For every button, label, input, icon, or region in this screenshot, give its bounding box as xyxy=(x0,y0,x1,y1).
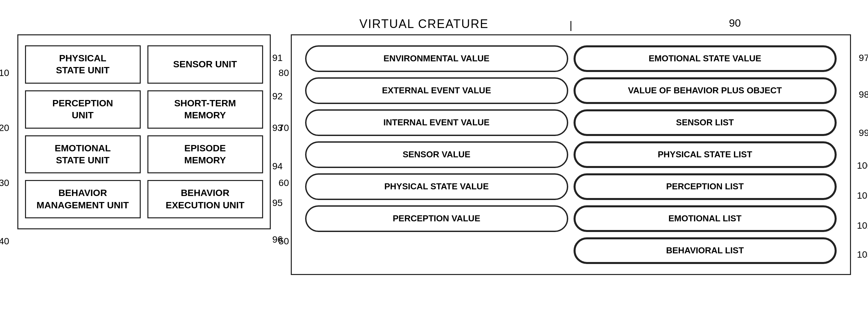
short-term-memory: SHORT-TERMMEMORY xyxy=(147,90,263,129)
ref-96: 96 xyxy=(273,234,283,245)
physical-state-list: PHYSICAL STATE LIST xyxy=(574,141,837,168)
main-title: VIRTUAL CREATURE xyxy=(360,17,489,31)
emotional-state-unit: EMOTIONALSTATE UNIT xyxy=(25,135,141,174)
ref-90: 90 xyxy=(729,17,741,29)
ref-60-label: 60 xyxy=(278,178,289,188)
ref-99: 99 xyxy=(859,128,868,138)
diagram-wrapper: VIRTUAL CREATURE 90 10 20 30 40 50 60 70… xyxy=(17,17,851,317)
emotional-state-value: EMOTIONAL STATE VALUE xyxy=(574,45,837,72)
ref-98: 98 xyxy=(859,89,868,100)
emotional-list: EMOTIONAL LIST xyxy=(574,205,837,232)
ref-80-label: 80 xyxy=(278,68,289,78)
ref-103: 103 xyxy=(857,249,868,260)
perception-list: PERCEPTION LIST xyxy=(574,173,837,200)
behavioral-list: BEHAVIORAL LIST xyxy=(574,237,837,264)
internal-event-value: INTERNAL EVENT VALUE xyxy=(305,109,568,136)
episode-memory: EPISODEMEMORY xyxy=(147,135,263,174)
sensor-list: SENSOR LIST xyxy=(574,109,837,136)
content-row: 10 20 30 40 50 60 70 80 PHYSICALSTATE UN… xyxy=(17,34,851,317)
environmental-value: ENVIRONMENTAL VALUE xyxy=(305,45,568,72)
ref-101: 101 xyxy=(857,190,868,201)
physical-state-unit: PHYSICALSTATE UNIT xyxy=(25,45,141,84)
ref-40-label: 40 xyxy=(0,236,9,247)
ref-10-label: 10 xyxy=(0,68,9,78)
perception-value: PERCEPTION VALUE xyxy=(305,205,568,232)
value-of-behavior-plus-object: VALUE OF BEHAVIOR PLUS OBJECT xyxy=(574,77,837,104)
ref-94: 94 xyxy=(273,161,283,172)
ref-97: 97 xyxy=(859,53,868,63)
title-row: VIRTUAL CREATURE 90 xyxy=(17,17,851,31)
behavior-execution-unit: BEHAVIOREXECUTION UNIT xyxy=(147,180,263,218)
ref-93: 93 xyxy=(273,123,283,133)
tick-mark xyxy=(570,21,571,31)
ref-100: 100 xyxy=(857,160,868,171)
ref-91: 91 xyxy=(273,53,283,63)
left-panel: PHYSICALSTATE UNIT SENSOR UNIT PERCEPTIO… xyxy=(17,34,271,229)
sensor-value: SENSOR VALUE xyxy=(305,141,568,168)
sensor-unit: SENSOR UNIT xyxy=(147,45,263,84)
behavior-management-unit: BEHAVIORMANAGEMENT UNIT xyxy=(25,180,141,218)
ref-102: 102 xyxy=(857,220,868,231)
ref-30-label: 30 xyxy=(0,178,9,188)
ref-20-label: 20 xyxy=(0,123,9,133)
physical-state-value: PHYSICAL STATE VALUE xyxy=(305,173,568,200)
perception-unit: PERCEPTIONUNIT xyxy=(25,90,141,129)
right-panel: ENVIRONMENTAL VALUE EMOTIONAL STATE VALU… xyxy=(291,34,851,275)
external-event-value: EXTERNAL EVENT VALUE xyxy=(305,77,568,104)
ref-95: 95 xyxy=(273,198,283,208)
ref-92: 92 xyxy=(273,91,283,102)
